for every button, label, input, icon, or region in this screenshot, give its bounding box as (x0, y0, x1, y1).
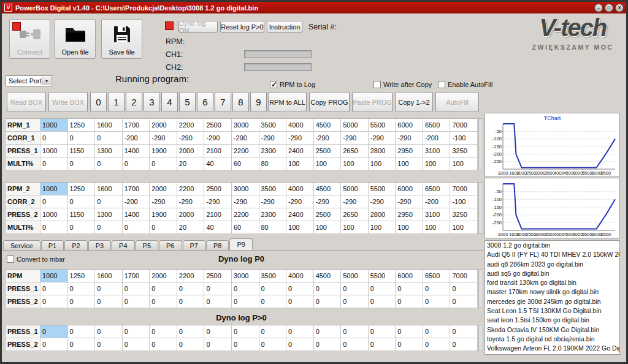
grid-cell[interactable]: 0 (204, 325, 232, 338)
grid-cell[interactable]: 0 (40, 221, 68, 234)
grid-cell[interactable]: -290 (396, 195, 423, 208)
grid-cell[interactable]: 6000 (396, 119, 423, 132)
grid-cell[interactable]: -290 (259, 195, 287, 208)
grid-cell[interactable]: 1600 (95, 119, 123, 132)
grid-cell[interactable]: 4000 (286, 270, 314, 282)
grid-cell[interactable]: 4000 (286, 183, 314, 195)
grid-cell[interactable]: 0 (396, 325, 423, 338)
file-list-item[interactable]: Seat Leon 1.5 TSI 130KM Go Digital.bin (485, 306, 619, 316)
tab-p6[interactable]: P6 (159, 240, 182, 251)
file-list-item[interactable]: Volkswagen Arteon FL 2.0 190KM 2022 Go D… (485, 344, 619, 353)
dyno-pgt0-scrollbar[interactable] (478, 325, 483, 351)
enable-autofill-checkbox[interactable]: Enable AutoFill (438, 81, 492, 88)
grid-cell[interactable]: 2300 (259, 145, 287, 157)
grid-cell[interactable]: 0 (150, 295, 177, 308)
grid-cell[interactable]: 2000 (177, 145, 205, 157)
tab-p5[interactable]: P5 (136, 240, 158, 251)
checkbox-box[interactable] (270, 81, 277, 88)
grid-cell[interactable]: 100 (423, 221, 451, 234)
grid-cell[interactable]: 100 (286, 157, 314, 170)
grid-cell[interactable]: 100 (341, 221, 369, 234)
grid-cell[interactable]: 3500 (259, 119, 287, 132)
grid-cell[interactable]: 0 (95, 295, 123, 308)
tab-p1[interactable]: P1 (41, 240, 64, 251)
grid-cell[interactable]: 0 (123, 282, 150, 295)
grid-cell[interactable]: 3250 (450, 208, 478, 221)
grid-cell[interactable]: 0 (40, 282, 68, 295)
grid-cell[interactable]: 0 (259, 338, 287, 351)
select-port-dropdown[interactable]: Select Port ▼ (6, 75, 52, 86)
grid-cell[interactable]: 6500 (423, 119, 451, 132)
grid-cell[interactable]: 100 (450, 157, 478, 170)
grid-cell[interactable]: 0 (68, 295, 96, 308)
grid-cell[interactable]: 0 (232, 338, 259, 351)
grid-cell[interactable]: 2000 (150, 119, 177, 132)
file-list-item[interactable]: audi q8 286km 2023 go digital.bin (485, 260, 619, 269)
tab-service[interactable]: Service (3, 240, 40, 251)
grid-cell[interactable]: 0 (286, 338, 314, 351)
grid-cell[interactable]: 1250 (68, 270, 96, 282)
grid-cell[interactable]: 0 (423, 325, 451, 338)
grid-cell[interactable]: 0 (396, 282, 423, 295)
grid-cell[interactable]: 1250 (68, 119, 96, 132)
grid-cell[interactable]: 0 (369, 338, 396, 351)
grid-cell[interactable]: 0 (259, 282, 287, 295)
grid-cell[interactable]: 2200 (232, 145, 259, 157)
grid-cell[interactable]: 40 (204, 157, 232, 170)
grid-cell[interactable]: 2500 (314, 208, 342, 221)
grid-cell[interactable]: -290 (177, 132, 205, 145)
grid-cell[interactable]: 2200 (177, 270, 205, 282)
grid-cell[interactable]: -100 (450, 195, 478, 208)
grid-cell[interactable]: 5500 (369, 270, 396, 282)
save-file-button[interactable]: Save file (101, 19, 142, 59)
grid-cell[interactable]: 0 (123, 295, 150, 308)
grid-cell[interactable]: 0 (68, 282, 96, 295)
grid-cell[interactable]: 2650 (341, 208, 369, 221)
grid-cell[interactable]: -290 (232, 195, 259, 208)
file-list-item[interactable]: mercedes gle 300d 245km go digital.bin (485, 297, 619, 306)
grid-cell[interactable]: 1300 (95, 145, 123, 157)
reset-log-button[interactable]: Reset log P>0 (220, 21, 264, 32)
grid-cell[interactable]: 0 (341, 325, 369, 338)
file-list-item[interactable]: audi sq5 go digital.bin (485, 269, 619, 278)
grid-cell[interactable]: 100 (423, 157, 451, 170)
grid-cell[interactable]: 80 (259, 157, 287, 170)
grid-cell[interactable]: 0 (341, 282, 369, 295)
grid-cell[interactable]: 5500 (369, 119, 396, 132)
grid-cell[interactable]: 0 (68, 338, 96, 351)
grid-cell[interactable]: 0 (95, 338, 123, 351)
grid-cell[interactable]: 4500 (314, 270, 342, 282)
grid-cell[interactable]: 0 (232, 295, 259, 308)
grid-cell[interactable]: 0 (40, 338, 68, 351)
grid-cell[interactable]: 0 (150, 221, 177, 234)
grid-cell[interactable]: 6500 (423, 183, 451, 195)
grid-cell[interactable]: 0 (286, 282, 314, 295)
grid-cell[interactable]: 0 (123, 157, 150, 170)
grid-cell[interactable]: 2800 (369, 208, 396, 221)
grid-cell[interactable]: 100 (341, 157, 369, 170)
grid-cell[interactable]: 0 (95, 132, 123, 145)
grid-cell[interactable]: 100 (314, 221, 342, 234)
grid-cell[interactable]: 1700 (123, 270, 150, 282)
digit-button-8[interactable]: 8 (232, 92, 249, 112)
grid-cell[interactable]: 0 (259, 295, 287, 308)
grid-cell[interactable]: -290 (232, 132, 259, 145)
checkbox-box[interactable] (438, 81, 445, 88)
maximize-icon[interactable]: □ (605, 4, 613, 12)
grid-cell[interactable]: -290 (259, 132, 287, 145)
grid-cell[interactable]: -200 (423, 132, 451, 145)
grid-cell[interactable]: 0 (341, 338, 369, 351)
grid-cell[interactable]: 0 (369, 325, 396, 338)
grid-cell[interactable]: 1600 (95, 270, 123, 282)
grid-cell[interactable]: -290 (369, 132, 396, 145)
grid-cell[interactable]: 0 (68, 221, 96, 234)
grid-cell[interactable]: 1150 (68, 208, 96, 221)
rpm-to-all-button[interactable]: RPM to ALL (268, 92, 307, 112)
digit-button-0[interactable]: 0 (90, 92, 107, 112)
grid-cell[interactable]: 6000 (396, 183, 423, 195)
grid-cell[interactable]: 20 (177, 157, 205, 170)
grid-cell[interactable]: 0 (150, 325, 177, 338)
grid-cell[interactable]: 1250 (68, 183, 96, 195)
grid-cell[interactable]: 3000 (232, 270, 259, 282)
grid-cell[interactable]: 0 (314, 325, 342, 338)
